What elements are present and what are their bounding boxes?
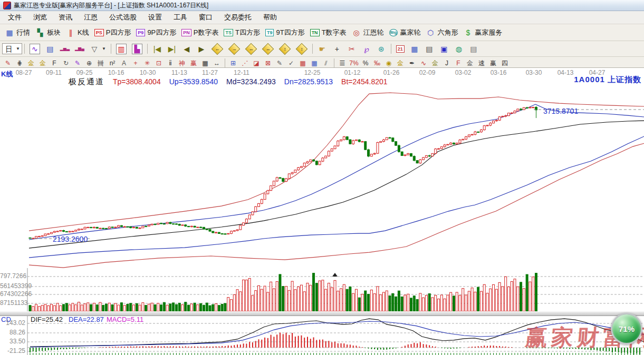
speed-line-tool-button[interactable]: 速 — [476, 58, 487, 68]
j-line-tool-button[interactable]: J — [441, 58, 453, 68]
four-line-tool-button[interactable]: 四 — [499, 58, 511, 68]
calculator-button[interactable]: ▦ — [407, 44, 422, 54]
menu-formula-stock-pick[interactable]: 公式选股 — [103, 11, 142, 24]
9t-square-button[interactable]: T99T四方形 — [263, 27, 307, 38]
ink-pen-tool-button[interactable]: ✒ — [406, 58, 418, 68]
sector-blocks-button[interactable]: ▚板块 — [33, 27, 63, 38]
t-square-button[interactable]: TST四方形 — [221, 27, 262, 38]
spiral-tool-button[interactable]: ↻ — [60, 58, 72, 68]
square-target-tool-button[interactable]: ⊡ — [153, 58, 165, 68]
frame-tool-button[interactable]: ⊞ — [227, 58, 239, 68]
percent-tool-button[interactable]: % — [360, 58, 371, 68]
red-grid-tool-button[interactable]: ▦ — [297, 58, 309, 68]
blue-grid-tool-button[interactable]: ▦ — [309, 58, 320, 68]
kline-label[interactable]: K线 — [1, 70, 13, 79]
gann-rays-tool-button[interactable]: ⋰ — [239, 58, 251, 68]
print-button[interactable]: ▤ — [466, 44, 481, 54]
expand-vertical-diamond-button[interactable]: ↕ — [276, 44, 293, 54]
starburst-tool-button[interactable]: ✳ — [141, 58, 153, 68]
first-bar-button[interactable]: |◀ — [150, 44, 165, 54]
ying-grid-tool-button[interactable]: 赢 — [188, 58, 199, 68]
width-arrow-tool-button[interactable]: ↔ — [211, 58, 223, 68]
annotate-script-button[interactable]: ℘ — [359, 44, 374, 54]
tick-marks-tool-button[interactable]: ⅱ — [165, 58, 176, 68]
pan-hand-button[interactable]: ☛ — [315, 44, 330, 54]
wave-line-tool-button[interactable]: ∿ — [418, 58, 429, 68]
menu-gann[interactable]: 江恩 — [78, 11, 103, 24]
menu-window[interactable]: 窗口 — [193, 11, 218, 24]
info-note-button[interactable]: ▤ — [43, 44, 57, 54]
gold-section-tool-button-icon: 金 — [39, 59, 47, 67]
hexagon-button[interactable]: ⬡六角形 — [423, 27, 460, 38]
9p-square-button[interactable]: P99P四方形 — [133, 27, 179, 38]
gold-line-tool-button[interactable]: 金 — [395, 58, 406, 68]
gold-section-tool-button[interactable]: 金 — [37, 58, 49, 68]
gold-angle-tool-button[interactable]: 金 — [464, 58, 476, 68]
menu-file[interactable]: 文件 — [2, 11, 27, 24]
brush-tool-button[interactable]: ✎ — [2, 58, 14, 68]
calendar-button[interactable]: 21 — [393, 45, 407, 53]
mind-wheel-button[interactable]: ⊛ — [374, 44, 389, 54]
f-line-tool-button[interactable]: F — [453, 58, 464, 68]
ray-box-tool-button[interactable]: ◪ — [251, 58, 262, 68]
shen-grid-tool-button[interactable]: 神 — [176, 58, 188, 68]
t-number-table-button[interactable]: TNT数字表 — [307, 27, 349, 38]
red-pen-tool-button[interactable]: ✎ — [72, 58, 83, 68]
menu-browse[interactable]: 浏览 — [27, 11, 53, 24]
menu-trade-order[interactable]: 交易委托 — [218, 11, 257, 24]
angle-line-tool-button[interactable]: A — [118, 58, 130, 68]
shift-right-diamond-button[interactable]: → — [226, 44, 243, 54]
check-line-tool-button[interactable]: ✓ — [285, 58, 297, 68]
winner-service-button[interactable]: $赢家服务 — [460, 27, 505, 38]
permille-line-tool-button[interactable]: ‰ — [371, 58, 383, 68]
percent-7-tool-button[interactable]: 7% — [348, 58, 360, 68]
crosshair-button[interactable]: + — [330, 44, 344, 54]
circle-compass-tool-button[interactable]: ⊕ — [83, 58, 95, 68]
number-grid-tool-button[interactable]: ▦ — [199, 58, 211, 68]
winner-wheel-button[interactable]: Big赢家轮 — [387, 27, 424, 38]
n-squared-tool-button[interactable]: n² — [107, 58, 118, 68]
gold-circle-tool-button[interactable]: ◉ — [383, 58, 395, 68]
menu-settings[interactable]: 设置 — [142, 11, 168, 24]
save-button[interactable]: ▣ — [437, 44, 451, 54]
p-number-table-button[interactable]: PNP数字表 — [179, 27, 221, 38]
p-square-button[interactable]: PSP四方形 — [92, 27, 134, 38]
notes-button[interactable]: ▤ — [422, 44, 437, 54]
chart-9-periods-button[interactable]: ▂▆▄ — [72, 44, 87, 54]
compress-vertical-diamond-button[interactable]: ↕ — [293, 44, 310, 54]
shift-left-diamond-button[interactable]: ← — [209, 44, 226, 54]
compress-horizontal-diamond-button[interactable]: ↔ — [259, 44, 276, 54]
expand-horizontal-diamond-button-icon: ↔ — [245, 43, 257, 55]
kline-button[interactable]: ∥K线 — [63, 27, 92, 38]
grid-ruler-tool-button[interactable]: ⋕ — [14, 58, 25, 68]
menu-help[interactable]: 帮助 — [257, 11, 283, 24]
net-box-tool-button[interactable]: ⊠ — [262, 58, 274, 68]
prev-bar-button[interactable]: ◀ — [179, 44, 194, 54]
menu-news[interactable]: 资讯 — [53, 11, 78, 24]
next-bar-button[interactable]: ▶ — [194, 44, 209, 54]
market-quotes-button[interactable]: ▦行情 — [2, 27, 33, 38]
gold-slash-tool-button[interactable]: 金 — [429, 58, 441, 68]
cut-measure-button[interactable]: ✂ — [344, 44, 359, 54]
chart-area[interactable]: K线 08-2709-1109-2510-1610-3011-1311-2712… — [0, 67, 644, 355]
date-tick-label: 11-13 — [171, 69, 187, 76]
web-sync-button[interactable]: ◍ — [451, 44, 466, 54]
gold-ratio-tool-button[interactable]: 金 — [25, 58, 37, 68]
expand-horizontal-diamond-button[interactable]: ↔ — [243, 44, 259, 54]
hatch-tool-button[interactable]: ⫽ — [320, 58, 332, 68]
scale-list-tool-button[interactable]: ☰ — [337, 58, 348, 68]
gann-center-tool-button[interactable]: + — [130, 58, 141, 68]
pencil-line-tool-button[interactable]: ✎ — [274, 58, 285, 68]
last-bar-button[interactable]: ▶| — [165, 44, 179, 54]
f-ruler-tool-button[interactable]: F — [49, 58, 60, 68]
trend-window-icon-button[interactable]: ∿ — [27, 43, 43, 55]
period-selector-combo[interactable]: 日▼ — [2, 43, 22, 54]
ying-line-tool-button[interactable]: 赢 — [487, 58, 499, 68]
gann-wheel-button[interactable]: ◎江恩轮 — [349, 27, 387, 38]
indicator-funnel-button[interactable]: ▽▼ — [87, 44, 109, 54]
chart-3-periods-button[interactable]: ▂▅▃ — [57, 44, 72, 54]
menu-tools[interactable]: 工具 — [168, 11, 193, 24]
kline-panel-button[interactable]: ▥ — [113, 43, 129, 55]
comb-scale-tool-button[interactable]: 卌 — [95, 58, 107, 68]
color-histogram-button[interactable]: ▙ — [129, 43, 145, 55]
